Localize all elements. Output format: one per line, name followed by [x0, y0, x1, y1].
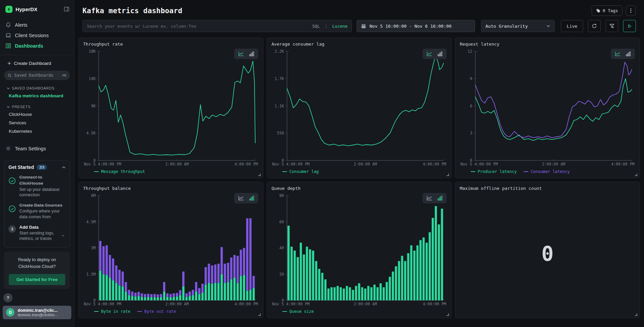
event-search-input[interactable]: Search your events w/ Lucene ex. column:… [82, 20, 352, 32]
shortcut-hint: ⌘K [62, 73, 67, 78]
sidebar-item-label: Client Sessions [15, 33, 49, 38]
chart-title: Queue depth [271, 186, 447, 191]
chart-legend: Consumer lag [271, 167, 447, 176]
logo[interactable]: HyperDX [0, 0, 74, 18]
sidebar-collapse-icon[interactable] [64, 6, 69, 12]
chart-plot[interactable]: 01.5M3M4.5M6MNov 5 4:00:00 PM2:00:00 AM4… [83, 192, 259, 307]
bell-icon [5, 22, 11, 28]
line-chart-icon[interactable] [427, 51, 432, 56]
bar-chart-icon[interactable] [437, 196, 443, 201]
chart-type-toolbar [234, 49, 258, 59]
line-chart-icon[interactable] [238, 51, 244, 56]
get-started-step-3[interactable]: 3 Add Data Start sending logs, metrics, … [8, 224, 66, 242]
presets-heading[interactable]: PRESETS [0, 103, 74, 110]
arrow-right-icon: → [60, 232, 65, 237]
svg-text:2:00:00 AM: 2:00:00 AM [354, 302, 377, 306]
preset-kubernetes[interactable]: Kubernetes [0, 127, 74, 135]
user-name: dominic.tran@clic... [18, 308, 58, 313]
line-chart-icon[interactable] [238, 196, 244, 201]
svg-text:6M: 6M [91, 193, 96, 198]
sidebar-item-client-sessions[interactable]: Client Sessions [0, 30, 74, 41]
svg-text:2.2K: 2.2K [275, 49, 284, 54]
sidebar: HyperDX Alerts Client Sessions Dashboard… [0, 0, 74, 327]
sidebar-item-dashboards[interactable]: Dashboards [0, 41, 74, 51]
sidebar-nav: Alerts Client Sessions Dashboards [0, 18, 74, 54]
svg-text:4:00:00 PM: 4:00:00 PM [235, 162, 258, 167]
saved-dashboards-heading[interactable]: SAVED DASHBOARDS [0, 84, 74, 92]
chart-legend: Message throughput [83, 167, 259, 176]
svg-text:2:00:00 AM: 2:00:00 AM [354, 162, 377, 167]
bar-chart-icon[interactable] [437, 51, 443, 56]
get-started-free-button[interactable]: Get Started for Free [9, 274, 65, 285]
refresh-button[interactable] [588, 20, 601, 32]
svg-text:3: 3 [470, 131, 472, 135]
progress-badge: 2/3 [37, 165, 47, 170]
svg-text:4.5M: 4.5M [86, 220, 96, 224]
chevron-up-icon[interactable] [62, 166, 66, 169]
chart-legend: Byte in rateByte out rate [83, 307, 259, 316]
play-icon [627, 24, 632, 28]
preset-clickhouse[interactable]: ClickHouse [0, 110, 74, 119]
legend-item[interactable]: Queue size [282, 309, 314, 314]
get-started-step-2[interactable]: Create Data Sources Configure where your… [8, 202, 66, 220]
legend-item[interactable]: Producer latency [471, 169, 517, 174]
legend-dash [471, 171, 475, 172]
legend-dash [137, 311, 142, 312]
saved-dashboards-search-input[interactable]: Saved Dashboards ⌘K [4, 71, 70, 80]
sidebar-item-team-settings[interactable]: Team Settings [0, 140, 74, 157]
bar-chart-icon[interactable] [249, 196, 254, 201]
tags-button[interactable]: 0 Tags [592, 5, 622, 16]
refresh-icon [592, 23, 597, 29]
query-language-toggle: SQL | Lucene [312, 24, 348, 29]
svg-text:Nov 5 4:00:00 PM: Nov 5 4:00:00 PM [84, 302, 121, 306]
get-started-step-1[interactable]: Connect to ClickHouse Set up your databa… [8, 174, 66, 198]
chart-plot[interactable]: 05501.1K1.7K2.2KNov 5 4:00:00 PM2:00:00 … [271, 47, 447, 167]
line-chart-icon[interactable] [615, 51, 621, 56]
legend-item[interactable]: Byte in rate [94, 309, 130, 314]
bar-chart-icon[interactable] [249, 51, 254, 56]
sidebar-item-kafka-dashboard[interactable]: Kafka metrics dashboard [0, 92, 74, 100]
chart-plot[interactable]: 036912Nov 5 4:00:00 PM2:00:00 AM4:00:00 … [460, 47, 635, 167]
chart-type-toolbar [423, 49, 447, 59]
legend-label: Byte in rate [101, 309, 130, 314]
legend-item[interactable]: Byte out rate [137, 309, 176, 314]
user-menu[interactable]: D dominic.tran@clic... dominic.tran@clic… [3, 306, 71, 319]
resize-handle[interactable] [447, 174, 449, 176]
svg-text:4:00:00 PM: 4:00:00 PM [611, 162, 635, 167]
chart-panel-request-latency: Request latency 036912Nov 5 4:00:00 PM2:… [455, 37, 640, 178]
svg-text:4:00:00 PM: 4:00:00 PM [423, 302, 446, 306]
chart-plot[interactable]: 04.5K9K14K18KNov 5 4:00:00 PM2:00:00 AM4… [83, 47, 259, 167]
filter-icon [609, 23, 615, 29]
resize-handle[interactable] [447, 313, 449, 316]
time-range-picker[interactable]: Nov 5 16:00:00 - Nov 6 16:00:00 [357, 20, 475, 32]
create-dashboard-button[interactable]: Create Dashboard [0, 59, 74, 70]
chart-title: Request latency [460, 42, 635, 47]
legend-item[interactable]: Consumer latency [524, 169, 570, 174]
resize-handle[interactable] [258, 174, 261, 176]
bar-chart-icon[interactable] [626, 51, 631, 56]
legend-item[interactable]: Consumer lag [282, 169, 319, 174]
chart-type-toolbar [423, 193, 447, 203]
granularity-select[interactable]: Auto Granularity [481, 20, 555, 32]
line-chart-icon[interactable] [427, 196, 432, 201]
filter-button[interactable] [605, 20, 618, 32]
svg-text:60: 60 [279, 220, 284, 224]
chart-legend: Queue size [271, 307, 447, 316]
chart-type-toolbar [234, 193, 258, 203]
resize-handle[interactable] [258, 313, 261, 316]
resize-handle[interactable] [635, 313, 637, 316]
sql-mode-button[interactable]: SQL [312, 24, 320, 29]
sidebar-item-alerts[interactable]: Alerts [0, 20, 74, 30]
resize-handle[interactable] [635, 174, 637, 176]
chart-title: Maximum offline partition count [460, 186, 635, 191]
run-query-button[interactable] [623, 20, 636, 32]
preset-services[interactable]: Services [0, 119, 74, 127]
legend-item[interactable]: Message throughput [94, 169, 145, 174]
lucene-mode-button[interactable]: Lucene [332, 24, 348, 29]
live-button[interactable]: Live [561, 20, 583, 32]
chart-panel-queue-depth: Queue depth 020406080Nov 5 4:00:00 PM2:0… [267, 182, 452, 318]
help-button[interactable]: ? [3, 293, 13, 302]
chevron-down-icon [546, 24, 550, 28]
chart-plot[interactable]: 020406080Nov 5 4:00:00 PM2:00:00 AM4:00:… [271, 192, 447, 307]
more-options-button[interactable] [626, 5, 636, 16]
